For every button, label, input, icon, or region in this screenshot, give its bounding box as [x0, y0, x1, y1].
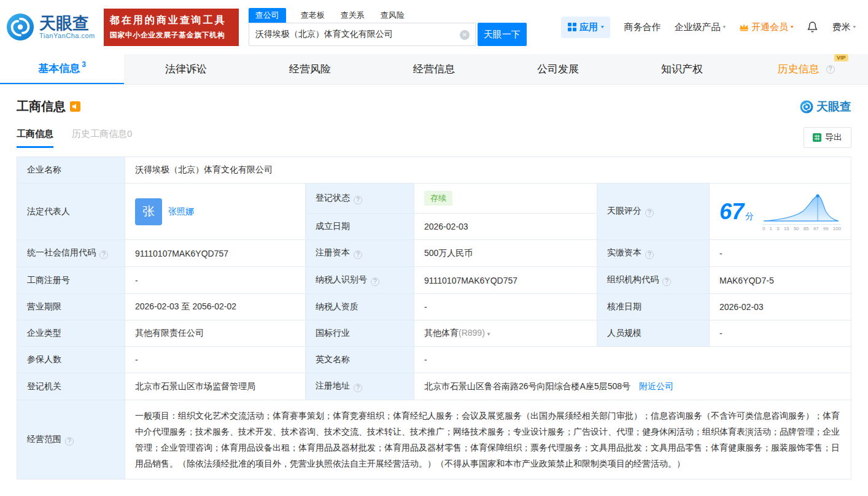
value-english-name: - — [414, 347, 851, 373]
search-tab-relation[interactable]: 查关系 — [339, 8, 366, 23]
announcement-icon[interactable] — [70, 101, 80, 112]
field-label: 法定代表人 — [27, 206, 70, 216]
field-label: 企业名称 — [27, 165, 61, 174]
value-uscc: 91110107MAK6YQD757 — [125, 240, 306, 267]
field-label: 人员规模 — [607, 328, 641, 338]
label-tianyan-score: 天眼评分? — [597, 184, 710, 240]
subtab-history-business-info[interactable]: 历史工商信息0 — [72, 128, 132, 148]
export-button[interactable]: 导出 — [804, 127, 851, 148]
value-taxpayer-id: 91110107MAK6YQD757 — [414, 267, 597, 294]
value-approval-date: 2026-02-03 — [710, 294, 851, 320]
tab-history-info[interactable]: 历史信息 VIP ? — [744, 54, 868, 84]
score-distribution-chart: 0131550859799100 — [762, 192, 841, 231]
help-icon[interactable]: ? — [354, 250, 362, 259]
field-label: 国标行业 — [316, 328, 350, 338]
chevron-down-icon[interactable]: ▾ — [487, 331, 490, 337]
search-tabs: 查公司 查老板 查关系 查风险 — [249, 8, 527, 23]
label-approval-date: 核准日期 — [597, 294, 710, 320]
value-paid-capital: - — [710, 240, 851, 267]
value-tianyan-score: 67分 0131550859799100 — [710, 184, 851, 240]
tab-intellectual-property[interactable]: 知识产权 — [620, 54, 744, 84]
label-staff-size: 人员规模 — [597, 320, 710, 347]
avatar[interactable]: 张 — [135, 198, 162, 225]
tab-label: 经营信息 — [413, 62, 455, 76]
tab-label: 历史信息 — [778, 62, 820, 76]
legal-rep-link[interactable]: 张照娜 — [168, 206, 194, 217]
label-company-name: 企业名称 — [17, 157, 125, 184]
label-taxpayer-quality: 纳税人资质 — [306, 294, 414, 320]
value-org-code: MAK6YQD7-5 — [710, 267, 851, 294]
field-label: 注册资本 — [316, 247, 350, 257]
tab-label: 经营风险 — [289, 62, 331, 76]
field-label: 经营范围 — [27, 434, 61, 444]
tab-legal-proceedings[interactable]: 法律诉讼 — [124, 54, 248, 84]
watermark-text: 天眼查 — [816, 99, 851, 115]
search-input[interactable] — [255, 29, 455, 39]
enterprise-products-menu[interactable]: 企业级产品 ▾ — [674, 21, 726, 33]
value-registered-capital: 500万人民币 — [414, 240, 597, 267]
vip-label: 开通会员 — [751, 21, 788, 33]
tab-operating-risk[interactable]: 经营风险 — [248, 54, 372, 84]
search-button[interactable]: 天眼一下 — [478, 23, 527, 46]
search-tab-boss[interactable]: 查老板 — [300, 8, 326, 23]
label-registration-number: 工商注册号 — [17, 267, 125, 294]
open-vip-menu[interactable]: 开通会员 ▾ — [739, 21, 794, 33]
tab-company-development[interactable]: 公司发展 — [496, 54, 620, 84]
business-info-section: 工商信息 天眼查 工商信息 历史工商信息0 — [0, 98, 868, 492]
value-registration-number: - — [125, 267, 306, 294]
score-number: 67分 — [719, 201, 754, 223]
tab-operating-info[interactable]: 经营信息 — [372, 54, 496, 84]
tab-basic-info[interactable]: 基本信息 3 — [0, 54, 124, 84]
table-row: 营业期限 2026-02-03 至 2056-02-02 纳税人资质 - 核准日… — [17, 294, 851, 320]
label-uscc: 统一社会信用代码? — [17, 240, 125, 267]
search-tab-risk[interactable]: 查风险 — [379, 8, 406, 23]
help-icon[interactable]: ? — [99, 250, 108, 259]
help-icon[interactable]: ? — [354, 384, 362, 392]
label-paid-capital: 实缴资本? — [597, 240, 710, 267]
table-row: 法定代表人 张 张照娜 登记状态? 存续 天眼评分? — [17, 184, 851, 214]
help-icon[interactable]: ? — [645, 209, 654, 217]
field-label: 营业期限 — [27, 301, 61, 311]
username-label: 费米 — [832, 21, 850, 33]
user-menu[interactable]: 费米 ▾ — [832, 21, 856, 33]
label-legal-representative: 法定代表人 — [17, 184, 125, 240]
value-staff-size: - — [710, 320, 851, 347]
search-tab-company[interactable]: 查公司 — [249, 8, 286, 23]
help-icon[interactable]: ? — [371, 277, 379, 286]
label-establish-date: 成立日期 — [306, 214, 414, 240]
label-insured-count: 参保人数 — [17, 347, 125, 373]
help-icon[interactable]: ? — [645, 250, 654, 259]
clear-icon[interactable]: ✕ — [460, 30, 470, 40]
table-row: 登记机关 北京市石景山区市场监督管理局 注册地址? 北京市石景山区鲁谷南路26号… — [17, 373, 851, 400]
chevron-down-icon: ▾ — [853, 25, 856, 29]
subtab-business-info[interactable]: 工商信息 — [17, 128, 53, 148]
vip-badge: VIP — [834, 54, 848, 61]
label-org-code: 组织机构代码? — [597, 267, 710, 294]
apps-grid-icon — [568, 23, 576, 31]
label-registered-capital: 注册资本? — [306, 240, 414, 267]
industry-name: 其他体育 — [424, 328, 459, 338]
logo-domain: TianYanCha.com — [39, 32, 95, 39]
help-icon[interactable]: ? — [354, 196, 362, 204]
notifications-bell[interactable] — [807, 21, 818, 33]
business-cooperation-link[interactable]: 商务合作 — [624, 21, 661, 33]
apps-menu[interactable]: 应用 ▾ — [561, 17, 611, 38]
tianyancha-logo[interactable]: 天眼查 TianYanCha.com — [6, 13, 95, 41]
banner-line2: 国家中小企业发展子基金旗下机构 — [110, 30, 233, 41]
table-row: 经营范围? 一般项目：组织文化艺术交流活动；体育赛事策划；体育竞赛组织；体育经纪… — [17, 400, 851, 479]
help-icon[interactable]: ? — [662, 277, 671, 286]
field-label: 工商注册号 — [27, 275, 70, 285]
chevron-down-icon: ▾ — [791, 25, 794, 29]
value-industry: 其他体育(R899)▾ — [414, 320, 597, 347]
value-insured-count: - — [125, 347, 306, 373]
field-label: 核准日期 — [607, 301, 641, 311]
history-info-icon[interactable]: ? — [826, 65, 835, 74]
help-icon[interactable]: ? — [65, 437, 74, 446]
bell-icon — [807, 21, 818, 33]
chevron-down-icon: ▾ — [601, 25, 604, 29]
field-label: 登记机关 — [27, 381, 61, 391]
tab-label: 公司发展 — [537, 62, 579, 76]
apps-label: 应用 — [579, 21, 598, 33]
nearby-companies-link[interactable]: 附近公司 — [639, 381, 673, 391]
score-axis-labels: 0131550859799100 — [762, 224, 841, 231]
